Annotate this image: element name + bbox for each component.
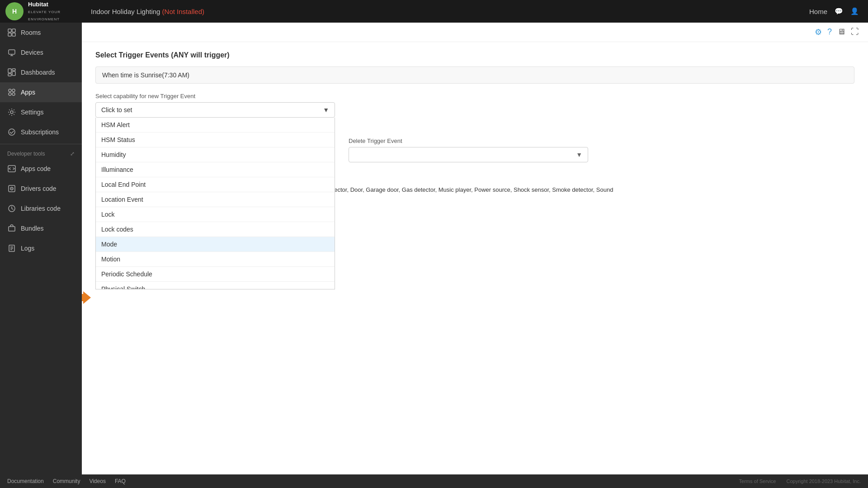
sidebar-item-subscriptions[interactable]: Subscriptions (0, 122, 82, 142)
arrow-indicator-icon (82, 291, 91, 304)
footer-faq[interactable]: FAQ (115, 478, 126, 484)
copyright: Copyright 2018-2023 Hubitat, Inc. (787, 479, 861, 484)
footer-documentation[interactable]: Documentation (7, 478, 44, 484)
trigger-info: When time is Sunrise(7:30 AM) (95, 66, 854, 84)
sidebar-item-label: Dashboards (21, 69, 55, 76)
home-link[interactable]: Home (809, 8, 827, 15)
sidebar-item-libraries-code[interactable]: Libraries code (0, 199, 82, 218)
dropdown-item[interactable]: Physical Switch (96, 282, 335, 289)
delete-trigger-group: Delete Trigger Event ▼ (349, 137, 588, 162)
svg-rect-6 (9, 50, 15, 54)
sidebar-item-dashboards[interactable]: Dashboards (0, 62, 82, 82)
delete-trigger-label: Delete Trigger Event (349, 137, 588, 144)
sidebar-item-devices[interactable]: Devices (0, 43, 82, 62)
dropdown-item[interactable]: Lock (96, 207, 335, 222)
dashboards-icon (7, 68, 16, 77)
top-bar-actions: Home 💬 👤 (809, 7, 868, 15)
dropdown-item[interactable]: Location Event (96, 192, 335, 207)
sidebar-item-settings[interactable]: Settings (0, 102, 82, 122)
svg-rect-12 (8, 74, 11, 76)
settings-icon (7, 108, 16, 117)
dropdown-item[interactable]: Humidity (96, 147, 335, 162)
dropdown-item[interactable]: Periodic Schedule (96, 267, 335, 282)
svg-text:H: H (12, 8, 17, 15)
footer-videos[interactable]: Videos (89, 478, 105, 484)
svg-marker-29 (82, 291, 91, 304)
delete-trigger-select[interactable]: ▼ (349, 147, 588, 162)
sidebar-divider (0, 144, 82, 144)
sidebar-item-label: Apps (21, 89, 35, 96)
user-icon[interactable]: 👤 (850, 7, 859, 15)
sidebar-item-logs[interactable]: Logs (0, 238, 82, 258)
svg-rect-2 (8, 29, 11, 32)
sidebar-item-rooms[interactable]: Rooms (0, 23, 82, 43)
dropdown-scroll[interactable]: HSM AlertHSM StatusHumidityIlluminanceLo… (96, 118, 335, 289)
bundles-icon (7, 224, 16, 233)
svg-point-18 (9, 129, 15, 135)
hubitat-logo: H (5, 2, 24, 20)
svg-rect-11 (12, 71, 15, 76)
dropdown-item[interactable]: Lock codes (96, 222, 335, 237)
svg-point-14 (12, 89, 15, 92)
sidebar-item-bundles[interactable]: Bundles (0, 218, 82, 238)
expand-tool-icon[interactable]: ⛶ (851, 27, 859, 37)
delete-dropdown-arrow-icon: ▼ (576, 151, 582, 158)
developer-tools-header: Developer tools ⤢ (0, 146, 82, 159)
sidebar-item-label: Rooms (21, 29, 41, 36)
dropdown-item[interactable]: Local End Point (96, 177, 335, 192)
dropdown-arrow-icon: ▼ (323, 106, 329, 114)
logo-area: H HubitatELEVATE YOUR ENVIRONMENT (0, 0, 82, 23)
sidebar: Rooms Devices Dashboards Apps Settings (0, 23, 82, 474)
svg-point-16 (12, 93, 15, 95)
help-tool-icon[interactable]: ? (827, 27, 832, 37)
sidebar-item-label: Settings (21, 109, 44, 116)
content-area: ⚙ ? 🖥 ⛶ Select Trigger Events (ANY will … (82, 23, 868, 474)
dropdown-item[interactable]: Illuminance (96, 162, 335, 177)
capability-label: Select capability for new Trigger Event (95, 93, 854, 99)
sidebar-item-label: Logs (21, 245, 34, 252)
expand-icon[interactable]: ⤢ (70, 151, 75, 157)
logo-text: HubitatELEVATE YOUR ENVIRONMENT (28, 1, 76, 22)
dropdown-item[interactable]: Motion (96, 252, 335, 267)
content-inner: Select Trigger Events (ANY will trigger)… (82, 42, 868, 202)
logs-icon (7, 244, 16, 253)
notifications-icon[interactable]: 💬 (835, 7, 843, 15)
svg-point-13 (9, 89, 11, 92)
page-title: Indoor Holiday Lighting (Not Installed) (82, 8, 809, 15)
subscriptions-icon (7, 128, 16, 137)
svg-point-22 (11, 188, 12, 189)
settings-tool-icon[interactable]: ⚙ (815, 27, 822, 37)
sidebar-item-label: Bundles (21, 225, 44, 232)
dropdown-item[interactable]: HSM Alert (96, 118, 335, 133)
drivers-code-icon (7, 184, 16, 193)
dropdown-item[interactable]: HSM Status (96, 133, 335, 147)
svg-rect-4 (8, 33, 11, 36)
footer: Documentation Community Videos FAQ Terms… (0, 474, 868, 488)
footer-community[interactable]: Community (53, 478, 80, 484)
sidebar-item-label: Apps code (21, 165, 51, 172)
apps-code-icon (7, 164, 16, 173)
monitor-tool-icon[interactable]: 🖥 (837, 27, 845, 37)
top-bar: H HubitatELEVATE YOUR ENVIRONMENT Indoor… (0, 0, 868, 23)
capability-selector-wrapper: Click to set ▼ HSM AlertHSM StatusHumidi… (95, 102, 335, 119)
sidebar-item-apps-code[interactable]: Apps code (0, 159, 82, 179)
svg-rect-24 (9, 227, 15, 231)
svg-point-17 (10, 111, 13, 114)
sidebar-item-label: Devices (21, 49, 43, 56)
capability-select-trigger[interactable]: Click to set ▼ (95, 102, 335, 118)
svg-rect-9 (8, 69, 11, 73)
sidebar-item-drivers-code[interactable]: Drivers code (0, 179, 82, 199)
dropdown-item[interactable]: Mode (96, 237, 335, 252)
capability-dropdown: HSM AlertHSM StatusHumidityIlluminanceLo… (95, 118, 335, 289)
capability-select-wrapper: Click to set ▼ HSM AlertHSM StatusHumidi… (95, 102, 335, 118)
apps-icon (7, 88, 16, 97)
sidebar-item-label: Libraries code (21, 205, 61, 212)
svg-rect-5 (12, 33, 15, 36)
terms-of-service[interactable]: Terms of Service (739, 479, 776, 484)
svg-rect-3 (12, 29, 15, 32)
section-title: Select Trigger Events (ANY will trigger) (95, 51, 854, 59)
svg-rect-10 (12, 69, 15, 71)
arrow-indicator-wrapper (82, 291, 91, 304)
rooms-icon (7, 28, 16, 37)
sidebar-item-apps[interactable]: Apps (0, 82, 82, 102)
